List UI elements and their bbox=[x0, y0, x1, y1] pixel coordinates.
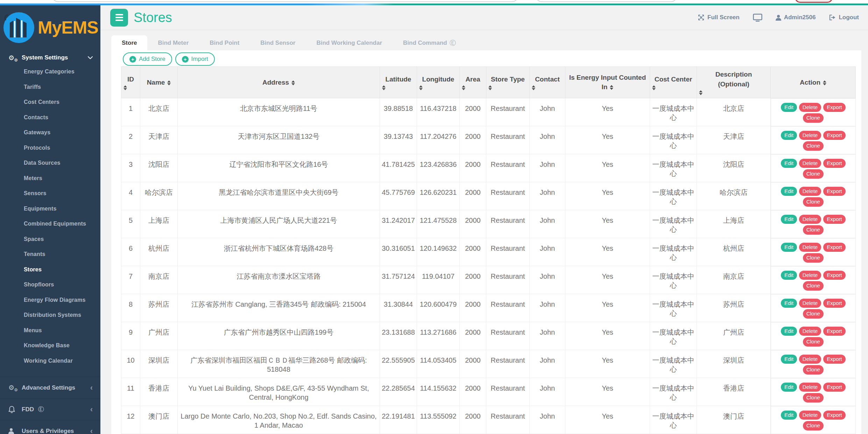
column-header-description-optional[interactable]: Description (Optional) bbox=[697, 67, 771, 98]
edit-button[interactable]: Edit bbox=[781, 327, 797, 336]
menu-toggle-button[interactable] bbox=[110, 9, 128, 27]
sidebar-item-spaces[interactable]: Spaces bbox=[0, 232, 100, 247]
sidebar-section-fdd[interactable]: FDDⒺ‹ bbox=[0, 398, 100, 420]
import-button[interactable]: + Import bbox=[175, 52, 215, 66]
clone-button[interactable]: Clone bbox=[803, 141, 824, 151]
sidebar-item-equipments[interactable]: Equipments bbox=[0, 201, 100, 216]
export-button[interactable]: Export bbox=[823, 299, 845, 308]
edit-button[interactable]: Edit bbox=[781, 103, 797, 112]
delete-button[interactable]: Delete bbox=[799, 271, 821, 280]
column-header-address[interactable]: Address bbox=[178, 67, 380, 98]
clone-button[interactable]: Clone bbox=[803, 421, 824, 431]
delete-button[interactable]: Delete bbox=[799, 103, 821, 112]
tab-bind-working-calendar[interactable]: Bind Working Calendar bbox=[306, 35, 393, 50]
sidebar-item-shopfloors[interactable]: Shopfloors bbox=[0, 277, 100, 292]
edit-button[interactable]: Edit bbox=[781, 159, 797, 168]
export-button[interactable]: Export bbox=[823, 131, 845, 140]
export-button[interactable]: Export bbox=[823, 243, 845, 252]
sidebar-section-users-privileges[interactable]: Users & Privileges‹ bbox=[0, 420, 100, 434]
sidebar-item-gateways[interactable]: Gateways bbox=[0, 125, 100, 140]
delete-button[interactable]: Delete bbox=[799, 327, 821, 336]
clone-button[interactable]: Clone bbox=[803, 197, 824, 207]
column-header-cost-center[interactable]: Cost Center bbox=[650, 67, 697, 98]
logout-button[interactable]: Logout bbox=[829, 14, 859, 21]
clone-button[interactable]: Clone bbox=[803, 393, 824, 403]
export-button[interactable]: Export bbox=[823, 383, 845, 392]
sidebar-item-combined-equipments[interactable]: Combined Equipments bbox=[0, 216, 100, 232]
sidebar-item-knowledge-base[interactable]: Knowledge Base bbox=[0, 338, 100, 353]
delete-button[interactable]: Delete bbox=[799, 159, 821, 168]
tab-bind-sensor[interactable]: Bind Sensor bbox=[250, 35, 306, 50]
sidebar-item-menus[interactable]: Menus bbox=[0, 323, 100, 338]
clone-button[interactable]: Clone bbox=[803, 281, 824, 291]
export-button[interactable]: Export bbox=[823, 159, 845, 168]
sidebar-item-distribution-systems[interactable]: Distribution Systems bbox=[0, 307, 100, 323]
clone-button[interactable]: Clone bbox=[803, 365, 824, 375]
delete-button[interactable]: Delete bbox=[799, 243, 821, 252]
clone-button[interactable]: Clone bbox=[803, 225, 824, 235]
edit-button[interactable]: Edit bbox=[781, 411, 797, 420]
export-button[interactable]: Export bbox=[823, 411, 845, 420]
sidebar-item-meters[interactable]: Meters bbox=[0, 171, 100, 186]
edit-button[interactable]: Edit bbox=[781, 299, 797, 308]
export-button[interactable]: Export bbox=[823, 187, 845, 196]
sidebar-item-working-calendar[interactable]: Working Calendar bbox=[0, 353, 100, 369]
export-button[interactable]: Export bbox=[823, 103, 845, 112]
sidebar-item-tenants[interactable]: Tenants bbox=[0, 247, 100, 262]
clone-button[interactable]: Clone bbox=[803, 169, 824, 179]
edit-button[interactable]: Edit bbox=[781, 271, 797, 280]
sidebar-item-cost-centers[interactable]: Cost Centers bbox=[0, 94, 100, 110]
edit-button[interactable]: Edit bbox=[781, 131, 797, 140]
column-header-name[interactable]: Name bbox=[140, 67, 178, 98]
delete-button[interactable]: Delete bbox=[799, 383, 821, 392]
edit-button[interactable]: Edit bbox=[781, 215, 797, 224]
tab-store[interactable]: Store bbox=[111, 35, 147, 50]
column-header-id[interactable]: ID bbox=[121, 67, 140, 98]
display-mode-button[interactable] bbox=[753, 14, 762, 22]
sidebar-item-energy-flow-diagrams[interactable]: Energy Flow Diagrams bbox=[0, 292, 100, 308]
edit-button[interactable]: Edit bbox=[781, 383, 797, 392]
export-button[interactable]: Export bbox=[823, 271, 845, 280]
column-header-area[interactable]: Area bbox=[460, 67, 486, 98]
sidebar-section-advanced-settings[interactable]: ⚙⚙Advanced Settings‹ bbox=[0, 377, 100, 398]
delete-button[interactable]: Delete bbox=[799, 215, 821, 224]
sidebar-item-data-sources[interactable]: Data Sources bbox=[0, 155, 100, 171]
cell-address: 辽宁省沈阳市和平区文化路16号 bbox=[178, 154, 380, 182]
tab-bind-point[interactable]: Bind Point bbox=[199, 35, 250, 50]
user-menu[interactable]: Admin2506 bbox=[776, 14, 816, 21]
clone-button[interactable]: Clone bbox=[803, 113, 824, 123]
delete-button[interactable]: Delete bbox=[799, 187, 821, 196]
cell-longitude: 113.555092 bbox=[417, 406, 460, 434]
column-header-action[interactable]: Action bbox=[771, 67, 856, 98]
clone-button[interactable]: Clone bbox=[803, 253, 824, 263]
sidebar-item-energy-categories[interactable]: Energy Categories bbox=[0, 64, 100, 79]
edit-button[interactable]: Edit bbox=[781, 243, 797, 252]
tab-bind-command[interactable]: Bind CommandⒺ bbox=[393, 35, 466, 50]
export-button[interactable]: Export bbox=[823, 355, 845, 364]
delete-button[interactable]: Delete bbox=[799, 131, 821, 140]
edit-button[interactable]: Edit bbox=[781, 355, 797, 364]
sidebar-item-contacts[interactable]: Contacts bbox=[0, 110, 100, 125]
sidebar-section-system-settings[interactable]: ⚙⚙ System Settings bbox=[0, 51, 100, 64]
clone-button[interactable]: Clone bbox=[803, 337, 824, 347]
edit-button[interactable]: Edit bbox=[781, 187, 797, 196]
column-header-latitude[interactable]: Latitude bbox=[380, 67, 417, 98]
tab-bind-meter[interactable]: Bind Meter bbox=[147, 35, 199, 50]
delete-button[interactable]: Delete bbox=[799, 299, 821, 308]
fullscreen-button[interactable]: Full Screen bbox=[698, 14, 740, 21]
export-button[interactable]: Export bbox=[823, 215, 845, 224]
column-header-is-energy-input-counted-in[interactable]: Is Energy Input CountedIn bbox=[565, 67, 650, 98]
column-header-longitude[interactable]: Longitude bbox=[417, 67, 460, 98]
brand[interactable]: MyEMS bbox=[0, 5, 100, 50]
export-button[interactable]: Export bbox=[823, 327, 845, 336]
sidebar-item-protocols[interactable]: Protocols bbox=[0, 140, 100, 156]
sidebar-item-sensors[interactable]: Sensors bbox=[0, 186, 100, 201]
sidebar-item-tariffs[interactable]: Tariffs bbox=[0, 79, 100, 95]
delete-button[interactable]: Delete bbox=[799, 411, 821, 420]
delete-button[interactable]: Delete bbox=[799, 355, 821, 364]
add-store-button[interactable]: + Add Store bbox=[123, 52, 172, 66]
column-header-store-type[interactable]: Store Type bbox=[486, 67, 530, 98]
column-header-contact[interactable]: Contact bbox=[530, 67, 565, 98]
clone-button[interactable]: Clone bbox=[803, 309, 824, 319]
sidebar-item-stores[interactable]: Stores bbox=[0, 262, 100, 277]
